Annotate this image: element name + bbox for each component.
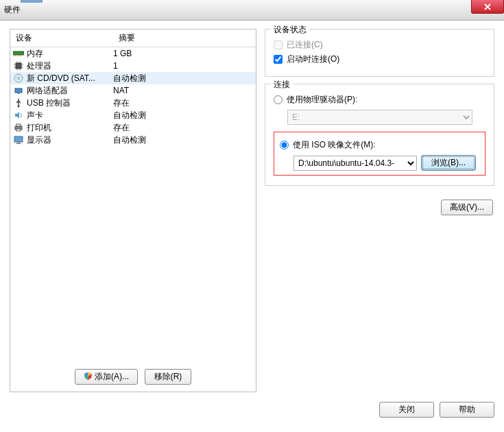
svg-rect-23 (16, 143, 21, 144)
details-panel: 设备状态 已连接(C) 启动时连接(O) 连接 使用物理驱动器(P): E: (265, 29, 494, 392)
hw-row-network[interactable]: 网络适配器 NAT (10, 84, 256, 97)
hw-row-processor[interactable]: 处理器 1 (10, 60, 256, 72)
svg-rect-1 (14, 55, 16, 56)
iso-highlight-box: 使用 ISO 映像文件(M): D:\ubuntu\ubuntu-14.04.3… (274, 132, 485, 176)
use-physical-label: 使用物理驱动器(P): (287, 94, 357, 106)
hw-summary: 自动检测 (113, 73, 253, 84)
svg-rect-21 (14, 136, 23, 142)
hw-row-printer[interactable]: 打印机 存在 (10, 121, 256, 134)
hw-name: USB 控制器 (27, 97, 113, 109)
physical-drive-select[interactable]: E: (287, 110, 472, 125)
hw-name: 网络适配器 (27, 85, 113, 97)
connection-legend: 连接 (271, 79, 293, 91)
close-window-button[interactable] (471, 0, 504, 14)
svg-rect-15 (15, 88, 22, 93)
svg-point-14 (18, 77, 20, 80)
advanced-row: 高级(V)... (265, 200, 494, 215)
hw-summary: 1 GB (113, 49, 253, 58)
svg-rect-16 (17, 93, 20, 94)
add-hardware-button[interactable]: 添加(A)... (75, 369, 138, 385)
title-bar: 硬件 (0, 0, 504, 21)
hw-row-sound[interactable]: 声卡 自动检测 (10, 109, 256, 121)
device-status-legend: 设备状态 (271, 24, 309, 36)
col-header-summary[interactable]: 摘要 (113, 29, 256, 47)
add-btn-label: 添加(A)... (95, 372, 129, 381)
dialog-content: 设备 摘要 内存 1 GB 处理器 1 新 CD/DVD (SAT... 自动检… (0, 21, 504, 396)
disc-icon (13, 73, 24, 84)
svg-rect-0 (13, 51, 24, 55)
svg-rect-4 (16, 63, 21, 69)
hardware-list[interactable]: 设备 摘要 内存 1 GB 处理器 1 新 CD/DVD (SAT... 自动检… (10, 29, 256, 362)
browse-button[interactable]: 浏览(B)... (421, 155, 476, 171)
iso-path-combo[interactable]: D:\ubuntu\ubuntu-14.04.3- (293, 156, 417, 171)
advanced-button[interactable]: 高级(V)... (441, 200, 493, 215)
connected-label: 已连接(C) (287, 39, 323, 51)
connect-on-poweron-label: 启动时连接(O) (287, 53, 339, 65)
printer-icon (13, 122, 24, 133)
hardware-list-buttons: 添加(A)... 移除(R) (10, 362, 256, 392)
hw-name: 显示器 (27, 134, 113, 146)
hw-name: 内存 (27, 48, 113, 60)
use-iso-label: 使用 ISO 映像文件(M): (293, 139, 376, 151)
hw-summary: NAT (113, 86, 253, 95)
device-status-group: 设备状态 已连接(C) 启动时连接(O) (265, 29, 494, 77)
hw-summary: 存在 (113, 122, 253, 134)
remove-hardware-button[interactable]: 移除(R) (145, 369, 191, 385)
display-icon (13, 134, 24, 145)
connection-group: 连接 使用物理驱动器(P): E: 使用 ISO 映像文件(M): D:\ubu… (265, 84, 494, 186)
hardware-list-panel: 设备 摘要 内存 1 GB 处理器 1 新 CD/DVD (SAT... 自动检… (10, 29, 256, 392)
close-button[interactable]: 关闭 (379, 402, 434, 418)
connected-checkbox[interactable] (274, 40, 283, 49)
col-header-device[interactable]: 设备 (10, 29, 113, 47)
dialog-footer: 关闭 帮助 (0, 396, 504, 424)
hardware-list-header: 设备 摘要 (10, 29, 256, 47)
hw-summary: 存在 (113, 97, 253, 109)
hw-summary: 1 (113, 61, 253, 71)
shield-icon (84, 372, 93, 381)
hw-row-memory[interactable]: 内存 1 GB (10, 47, 256, 60)
hw-row-cd-dvd[interactable]: 新 CD/DVD (SAT... 自动检测 (10, 72, 256, 84)
use-iso-radio[interactable] (280, 141, 289, 149)
connect-on-poweron-checkbox[interactable] (274, 55, 283, 64)
network-icon (13, 85, 24, 96)
window-title: 硬件 (4, 4, 21, 16)
hw-summary: 自动检测 (113, 110, 253, 121)
memory-icon (13, 48, 24, 59)
hw-row-usb[interactable]: USB 控制器 存在 (10, 97, 256, 109)
accent-corner (21, 0, 43, 3)
close-icon (483, 3, 492, 10)
svg-rect-20 (16, 129, 21, 131)
svg-rect-22 (17, 142, 20, 143)
hw-name: 声卡 (27, 110, 113, 121)
use-physical-radio[interactable] (274, 95, 283, 104)
hw-row-display[interactable]: 显示器 自动检测 (10, 134, 256, 146)
hw-summary: 自动检测 (113, 134, 253, 146)
processor-icon (13, 60, 24, 71)
hw-name: 打印机 (27, 122, 113, 134)
hw-name: 处理器 (27, 60, 113, 72)
sound-icon (13, 110, 24, 121)
usb-icon (13, 97, 24, 108)
svg-rect-3 (20, 55, 21, 56)
svg-point-17 (18, 106, 20, 108)
svg-rect-2 (17, 55, 19, 56)
help-button[interactable]: 帮助 (440, 402, 494, 418)
hw-name: 新 CD/DVD (SAT... (27, 73, 113, 84)
svg-rect-19 (16, 124, 21, 126)
